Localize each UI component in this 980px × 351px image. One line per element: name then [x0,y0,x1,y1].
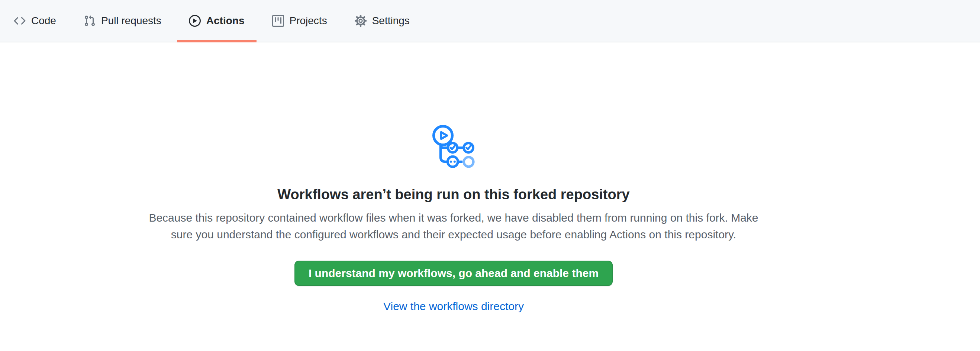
tab-projects-label: Projects [290,16,327,26]
repo-tab-bar: Code Pull requests Actions Projects [0,0,980,42]
actions-main-panel: Workflows aren’t being run on this forke… [0,42,980,313]
workflow-graph-icon [433,124,475,168]
gear-icon [355,15,367,27]
tab-pull-requests-label: Pull requests [101,16,161,26]
enable-workflows-button[interactable]: I understand my workflows, go ahead and … [294,260,612,286]
tab-code[interactable]: Code [2,0,68,42]
blankslate: Workflows aren’t being run on this forke… [0,42,907,313]
project-board-icon [272,15,284,27]
view-workflows-directory-link[interactable]: View the workflows directory [383,300,524,312]
repo-nav: Code Pull requests Actions Projects [0,0,980,42]
play-circle-icon [189,15,201,27]
description-text: Because this repository contained workfl… [149,209,759,243]
tab-actions[interactable]: Actions [177,0,256,42]
tab-pull-requests[interactable]: Pull requests [72,0,173,42]
tab-settings[interactable]: Settings [343,0,422,42]
tab-settings-label: Settings [372,16,410,26]
code-icon [14,15,25,27]
git-pull-request-icon [84,15,95,27]
link-row: View the workflows directory [0,300,907,313]
tab-projects[interactable]: Projects [260,0,339,42]
tab-code-label: Code [31,16,56,26]
page-title: Workflows aren’t being run on this forke… [0,186,907,203]
tab-actions-label: Actions [206,16,245,26]
